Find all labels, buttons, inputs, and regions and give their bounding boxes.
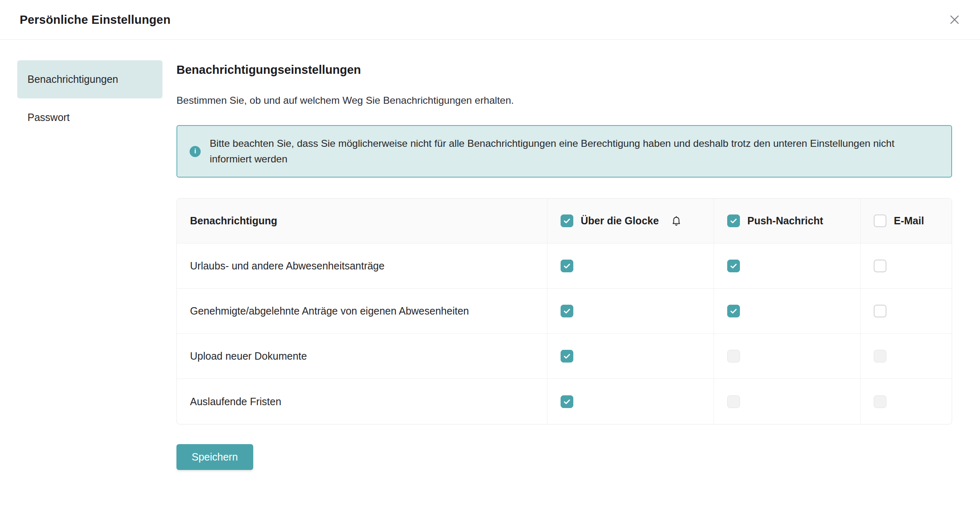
- column-header-glocke: Über die Glocke: [547, 198, 714, 244]
- notification-row-label: Auslaufende Fristen: [177, 379, 547, 424]
- row-4-glocke-checkbox[interactable]: [561, 395, 573, 408]
- checkbox-cell-push: [714, 244, 860, 289]
- row-1-glocke-checkbox[interactable]: [561, 260, 573, 272]
- row-2-glocke-checkbox[interactable]: [561, 305, 573, 317]
- column-header-benachrichtigung: Benachrichtigung: [177, 198, 547, 244]
- notification-settings-panel: Benachrichtigungseinstellungen Bestimmen…: [176, 40, 980, 520]
- table-row: Auslaufende Fristen: [177, 379, 952, 424]
- page-description: Bestimmen Sie, ob und auf welchem Weg Si…: [176, 95, 952, 106]
- settings-sidebar: Benachrichtigungen Passwort: [0, 40, 176, 520]
- notifications-table: Benachrichtigung Über die Glocke: [176, 198, 952, 424]
- row-3-glocke-checkbox[interactable]: [561, 350, 573, 363]
- check-icon: [563, 397, 571, 406]
- column-header-email: E-Mail: [860, 198, 952, 244]
- close-icon: [949, 14, 960, 25]
- checkbox-cell-email: [860, 379, 952, 424]
- checkbox-cell-glocke: [547, 379, 714, 424]
- check-icon: [563, 262, 571, 270]
- table-row: Upload neuer Dokumente: [177, 334, 952, 379]
- checkbox-cell-email: [860, 244, 952, 289]
- checkbox-cell-glocke: [547, 244, 714, 289]
- glocke-column-checkbox[interactable]: [561, 214, 573, 227]
- push-column-checkbox[interactable]: [727, 214, 740, 227]
- dialog-header: Persönliche Einstellungen: [0, 0, 980, 40]
- personal-settings-dialog: Persönliche Einstellungen Benachrichtigu…: [0, 0, 980, 520]
- close-button[interactable]: [946, 11, 964, 29]
- table-body: Urlaubs- und andere AbwesenheitsanträgeG…: [177, 244, 952, 424]
- checkbox-cell-email: [860, 289, 952, 334]
- sidebar-item-benachrichtigungen[interactable]: Benachrichtigungen: [17, 60, 163, 98]
- row-4-push-checkbox: [727, 395, 740, 408]
- table-row: Urlaubs- und andere Abwesenheitsanträge: [177, 244, 952, 289]
- notification-row-label: Upload neuer Dokumente: [177, 334, 547, 379]
- sidebar-item-label: Benachrichtigungen: [27, 73, 118, 85]
- info-banner: i Bitte beachten Sie, dass Sie möglicher…: [176, 125, 952, 178]
- checkbox-cell-glocke: [547, 334, 714, 379]
- table-header-row: Benachrichtigung Über die Glocke: [177, 198, 952, 244]
- row-1-push-checkbox[interactable]: [727, 260, 740, 272]
- row-2-email-checkbox[interactable]: [874, 305, 886, 317]
- checkbox-cell-email: [860, 334, 952, 379]
- row-3-push-checkbox: [727, 350, 740, 363]
- check-icon: [729, 307, 738, 315]
- row-1-email-checkbox[interactable]: [874, 260, 886, 272]
- page-title: Benachrichtigungseinstellungen: [176, 63, 952, 77]
- check-icon: [563, 217, 571, 225]
- check-icon: [729, 217, 738, 225]
- column-header-push: Push-Nachricht: [714, 198, 860, 244]
- dialog-title: Persönliche Einstellungen: [20, 13, 171, 27]
- row-4-email-checkbox: [874, 395, 886, 408]
- info-banner-text: Bitte beachten Sie, dass Sie möglicherwe…: [210, 136, 939, 167]
- check-icon: [729, 262, 738, 270]
- save-button[interactable]: Speichern: [176, 444, 253, 470]
- bell-icon: [670, 215, 682, 227]
- notification-row-label: Urlaubs- und andere Abwesenheitsanträge: [177, 244, 547, 289]
- sidebar-item-passwort[interactable]: Passwort: [17, 98, 163, 137]
- checkbox-cell-glocke: [547, 289, 714, 334]
- sidebar-item-label: Passwort: [27, 112, 70, 123]
- checkbox-cell-push: [714, 379, 860, 424]
- info-icon: i: [190, 146, 201, 157]
- checkbox-cell-push: [714, 334, 860, 379]
- check-icon: [563, 352, 571, 360]
- row-3-email-checkbox: [874, 350, 886, 363]
- table-row: Genehmigte/abgelehnte Anträge von eigene…: [177, 289, 952, 334]
- checkbox-cell-push: [714, 289, 860, 334]
- row-2-push-checkbox[interactable]: [727, 305, 740, 317]
- email-column-checkbox[interactable]: [874, 214, 886, 227]
- check-icon: [563, 307, 571, 315]
- notification-row-label: Genehmigte/abgelehnte Anträge von eigene…: [177, 289, 547, 334]
